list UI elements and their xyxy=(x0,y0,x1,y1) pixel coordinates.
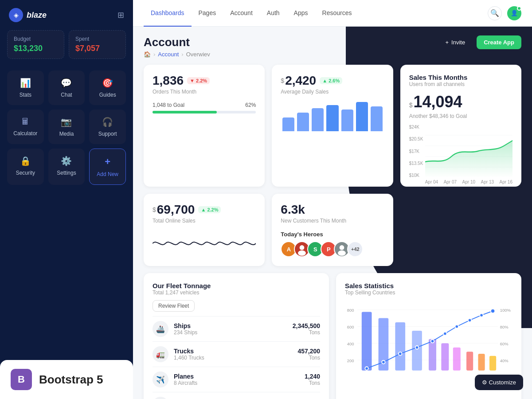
breadcrumb-home[interactable]: 🏠 xyxy=(144,51,151,58)
svg-rect-20 xyxy=(362,312,372,370)
heroes-avatars: A S P +42 xyxy=(281,241,384,257)
trucks-name-sub: 1,460 Trucks xyxy=(174,355,292,361)
logo-text: blaze xyxy=(27,11,47,20)
bootstrap-text: Bootstrap 5 xyxy=(39,373,103,387)
budget-label: Budget xyxy=(14,36,58,42)
wavy-svg xyxy=(153,230,256,257)
review-fleet-button[interactable]: Review Fleet xyxy=(153,300,195,312)
tab-auth[interactable]: Auth xyxy=(260,0,287,27)
ships-name-main: Ships xyxy=(174,322,287,329)
sidebar-item-media[interactable]: 📷 Media xyxy=(48,110,85,144)
svg-rect-29 xyxy=(489,356,496,371)
sales-month-card: Sales This Months Users from all channel… xyxy=(400,65,521,187)
avatar[interactable]: 👤 xyxy=(507,6,521,20)
svg-point-35 xyxy=(443,332,447,336)
svg-point-31 xyxy=(382,360,385,364)
search-icon[interactable]: 🔍 xyxy=(488,6,502,20)
wavy-chart xyxy=(153,230,256,257)
fleet-row-trucks: 🚛 Trucks 1,460 Trucks 457,200 Tons xyxy=(153,341,320,367)
sidebar-item-settings[interactable]: ⚙️ Settings xyxy=(48,149,85,185)
tab-resources[interactable]: Resources xyxy=(315,0,359,27)
svg-rect-24 xyxy=(429,339,436,371)
budget-value: $13,230 xyxy=(14,44,58,53)
online-sales-value: 69,700 xyxy=(157,203,195,217)
stats-grid-row1: 1,836 ▼ 2.2% Orders This Month 1,048 to … xyxy=(144,65,521,187)
sidebar-item-guides[interactable]: 🎯 Guides xyxy=(89,70,126,105)
menu-icon[interactable]: ⊞ xyxy=(117,10,124,20)
orders-header: 1,836 ▼ 2.2% xyxy=(153,74,256,88)
sales-month-title: Sales This Months xyxy=(409,74,512,81)
planes-value: 1,240 Tons xyxy=(305,373,320,386)
chart-area xyxy=(425,125,512,178)
customize-button[interactable]: ⚙ Customize xyxy=(475,375,523,390)
daily-sales-card: $ 2,420 ▲ 2.6% Average Daily Sales xyxy=(272,65,393,187)
fleet-card: Our Fleet Tonnage Total 1,247 vehicles R… xyxy=(144,273,329,399)
page-header: Account 🏠 › Account › Overwiev + Invite … xyxy=(144,35,521,58)
orders-value: 1,836 xyxy=(153,74,184,88)
ships-icon: 🚢 xyxy=(153,321,168,337)
logo-icon: ◈ xyxy=(9,8,23,22)
sidebar-item-support[interactable]: 🎧 Support xyxy=(89,110,126,144)
svg-rect-28 xyxy=(478,354,485,371)
svg-text:80%: 80% xyxy=(500,325,509,329)
sidebar-item-security[interactable]: 🔒 Security xyxy=(7,149,44,185)
support-icon: 🎧 xyxy=(102,117,113,127)
svg-text:600: 600 xyxy=(347,325,354,329)
breadcrumb-current: Overwiev xyxy=(186,51,210,58)
create-app-button[interactable]: Create App xyxy=(477,35,521,49)
logo-area: ◈ blaze xyxy=(9,8,47,22)
settings-icon: ⚙️ xyxy=(61,156,72,166)
heroes-label: Today's Heroes xyxy=(281,231,384,238)
svg-text:200: 200 xyxy=(347,358,354,363)
y-label-4: $13.5K xyxy=(409,161,423,166)
ships-name-sub: 234 Ships xyxy=(174,329,287,336)
media-icon: 📷 xyxy=(61,117,72,127)
security-label: Security xyxy=(16,170,35,176)
page-header-left: Account 🏠 › Account › Overwiev xyxy=(144,35,210,58)
content-inner: Account 🏠 › Account › Overwiev + Invite … xyxy=(144,35,521,399)
svg-rect-26 xyxy=(453,348,461,371)
settings-label: Settings xyxy=(57,170,76,176)
planes-value-sub: Tons xyxy=(305,380,320,386)
stats-label: Stats xyxy=(20,92,31,98)
online-currency: $ xyxy=(153,206,156,213)
line-chart-svg xyxy=(425,125,512,178)
add-new-label: Add New xyxy=(97,171,118,177)
y-label-1: $24K xyxy=(409,125,423,129)
sales-month-value-row: $ 14,094 xyxy=(409,93,512,111)
stats-icon: 📊 xyxy=(20,78,31,88)
sidebar-item-add-new[interactable]: + Add New xyxy=(89,149,126,185)
avatar-online-dot xyxy=(517,6,521,11)
chat-label: Chat xyxy=(61,92,72,98)
sidebar: ◈ blaze ⊞ Budget $13,230 Spent $7,057 📊 … xyxy=(0,0,133,399)
hero-avatar-count: +42 xyxy=(347,241,363,257)
daily-sales-value: 2,420 xyxy=(285,74,316,88)
svg-text:60%: 60% xyxy=(500,341,509,346)
tab-apps[interactable]: Apps xyxy=(287,0,315,27)
invite-button[interactable]: + Invite xyxy=(438,35,472,49)
sidebar-item-calculator[interactable]: 🖩 Calculator xyxy=(7,110,44,144)
tab-account[interactable]: Account xyxy=(223,0,260,27)
sidebar-item-chat[interactable]: 💬 Chat xyxy=(48,70,85,105)
svg-point-38 xyxy=(480,313,483,317)
sidebar-item-stats[interactable]: 📊 Stats xyxy=(7,70,44,105)
planes-icon: ✈️ xyxy=(153,372,168,387)
planes-name-main: Planes xyxy=(174,373,299,380)
breadcrumb-account[interactable]: Account xyxy=(158,51,179,58)
trucks-name: Trucks 1,460 Trucks xyxy=(174,348,292,361)
ships-value: 2,345,500 Tons xyxy=(293,322,320,336)
svg-point-30 xyxy=(365,367,368,370)
media-label: Media xyxy=(59,131,74,137)
online-sales-header: $ 69,700 ▲ 2.2% xyxy=(153,203,256,217)
trucks-name-main: Trucks xyxy=(174,348,292,355)
bootstrap-logo-icon: B xyxy=(11,369,32,390)
customers-value: 6.3k xyxy=(281,203,305,216)
progress-bar-fill xyxy=(153,111,217,113)
progress-pct: 62% xyxy=(245,102,256,108)
orders-progress: 1,048 to Goal 62% xyxy=(153,102,256,113)
svg-point-37 xyxy=(468,319,472,322)
progress-text: 1,048 to Goal xyxy=(153,102,184,108)
tab-pages[interactable]: Pages xyxy=(192,0,223,27)
daily-sales-header: $ 2,420 ▲ 2.6% xyxy=(281,74,384,88)
tab-dashboards[interactable]: Dashboards xyxy=(144,0,192,27)
